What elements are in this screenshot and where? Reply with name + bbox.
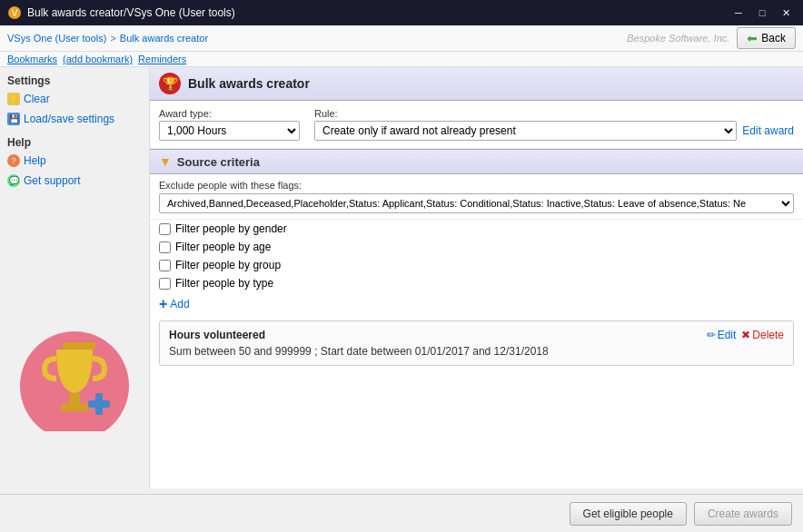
app-icon: V xyxy=(7,5,22,20)
main-header-title: Bulk awards creator xyxy=(188,76,310,91)
breadcrumb: VSys One (User tools) > Bulk awards crea… xyxy=(7,33,208,44)
add-bookmark-link[interactable]: (add bookmark) xyxy=(63,54,133,64)
award-rule-row: Award type: 1,000 Hours Rule: Create onl… xyxy=(150,101,803,149)
svg-rect-5 xyxy=(61,404,88,411)
help-link[interactable]: ? Help xyxy=(7,153,142,169)
window-title: Bulk awards creator/VSys One (User tools… xyxy=(27,6,235,19)
filter-type-row: Filter people by type xyxy=(150,274,803,292)
filter-age-checkbox[interactable] xyxy=(159,241,171,253)
bookmark-links: Bookmarks (add bookmark) Reminders xyxy=(7,54,186,64)
hours-card-title: Hours volunteered xyxy=(169,329,265,341)
award-type-group: Award type: 1,000 Hours xyxy=(159,108,300,141)
support-link[interactable]: 💬 Get support xyxy=(7,172,142,189)
content-area: 🏆 Bulk awards creator Award type: 1,000 … xyxy=(150,67,803,488)
bookmark-bar: Bookmarks (add bookmark) Reminders xyxy=(0,52,803,67)
exclude-select[interactable]: Archived,Banned,Deceased,Placeholder,Sta… xyxy=(159,193,794,213)
bookmarks-link[interactable]: Bookmarks xyxy=(7,54,57,64)
filter-group-label: Filter people by group xyxy=(175,259,281,271)
help-section-title: Help xyxy=(7,136,142,149)
filter-age-label: Filter people by age xyxy=(175,241,271,253)
delete-card-link[interactable]: ✖ Delete xyxy=(741,329,784,341)
title-bar-controls: ─ □ ✕ xyxy=(729,5,796,21)
back-label: Back xyxy=(761,32,786,44)
hours-card-description: Sum between 50 and 999999 ; Start date b… xyxy=(169,345,784,358)
hours-card-actions: ✏ Edit ✖ Delete xyxy=(707,329,784,341)
exclude-row: Exclude people with these flags: Archive… xyxy=(150,174,803,220)
bottom-bar: Get eligible people Create awards xyxy=(0,494,803,532)
breadcrumb-separator: > xyxy=(110,33,115,44)
clear-icon: ⚡ xyxy=(7,93,20,105)
title-bar-left: V Bulk awards creator/VSys One (User too… xyxy=(7,5,235,20)
minimize-button[interactable]: ─ xyxy=(729,5,748,21)
reminders-link[interactable]: Reminders xyxy=(138,54,186,64)
help-icon: ? xyxy=(7,154,20,167)
edit-pencil-icon: ✏ xyxy=(707,329,716,341)
title-bar: V Bulk awards creator/VSys One (User too… xyxy=(0,0,803,25)
rule-row: Create only if award not already present… xyxy=(314,121,794,141)
sidebar: Settings ⚡ Clear 💾 Load/save settings He… xyxy=(0,67,150,488)
add-plus-icon: + xyxy=(159,297,167,311)
filter-type-checkbox[interactable] xyxy=(159,278,171,290)
support-icon: 💬 xyxy=(7,174,20,187)
breadcrumb-vsys[interactable]: VSys One (User tools) xyxy=(7,33,106,44)
load-save-label: Load/save settings xyxy=(24,113,114,125)
filter-type-label: Filter people by type xyxy=(175,277,273,290)
filter-gender-row: Filter people by gender xyxy=(150,220,803,238)
edit-card-label: Edit xyxy=(718,329,737,341)
add-label: Add xyxy=(170,298,189,310)
back-icon: ⬅ xyxy=(747,31,758,45)
help-label: Help xyxy=(24,154,46,167)
maximize-button[interactable]: □ xyxy=(752,5,772,21)
source-criteria-header: ▼ Source criteria xyxy=(150,149,803,174)
rule-label: Rule: xyxy=(314,108,794,119)
award-header-icon: 🏆 xyxy=(159,73,181,94)
support-label: Get support xyxy=(24,174,81,187)
filter-age-row: Filter people by age xyxy=(150,238,803,256)
clear-link[interactable]: ⚡ Clear xyxy=(7,91,142,107)
filter-group-checkbox[interactable] xyxy=(159,260,171,271)
nav-bar: VSys One (User tools) > Bulk awards crea… xyxy=(0,25,803,52)
add-link[interactable]: + Add xyxy=(159,297,190,311)
svg-rect-3 xyxy=(63,342,95,350)
main-section-header: 🏆 Bulk awards creator xyxy=(150,67,803,101)
breadcrumb-bulk-awards[interactable]: Bulk awards creator xyxy=(120,33,208,44)
sidebar-watermark xyxy=(15,313,134,434)
create-awards-button[interactable]: Create awards xyxy=(694,502,792,526)
funnel-icon: ▼ xyxy=(159,154,172,169)
settings-section-title: Settings xyxy=(7,74,142,87)
award-type-select[interactable]: 1,000 Hours xyxy=(159,121,300,141)
svg-rect-4 xyxy=(69,393,80,404)
rule-group: Rule: Create only if award not already p… xyxy=(314,108,794,141)
load-save-icon: 💾 xyxy=(7,113,20,125)
hours-card-header: Hours volunteered ✏ Edit ✖ Delete xyxy=(169,329,784,341)
load-save-link[interactable]: 💾 Load/save settings xyxy=(7,111,142,127)
filter-gender-checkbox[interactable] xyxy=(159,223,171,235)
main-layout: Settings ⚡ Clear 💾 Load/save settings He… xyxy=(0,67,803,488)
get-eligible-button[interactable]: Get eligible people xyxy=(570,502,687,526)
svg-text:V: V xyxy=(12,8,18,18)
rule-select[interactable]: Create only if award not already present xyxy=(314,121,737,141)
award-type-label: Award type: xyxy=(159,108,300,119)
delete-card-label: Delete xyxy=(752,329,784,341)
filter-gender-label: Filter people by gender xyxy=(175,222,287,235)
exclude-label: Exclude people with these flags: xyxy=(159,180,794,191)
add-row: + Add xyxy=(150,292,803,316)
clear-label: Clear xyxy=(24,93,50,105)
filter-group-row: Filter people by group xyxy=(150,256,803,274)
hours-card: Hours volunteered ✏ Edit ✖ Delete Sum be… xyxy=(159,320,794,366)
trophy-decoration xyxy=(15,313,134,431)
edit-award-link[interactable]: Edit award xyxy=(742,124,794,137)
source-criteria-title: Source criteria xyxy=(177,155,260,169)
close-button[interactable]: ✕ xyxy=(776,5,796,21)
delete-x-icon: ✖ xyxy=(741,329,750,341)
bespoke-logo: Bespoke Software, Inc. xyxy=(627,33,729,44)
svg-rect-7 xyxy=(88,400,110,408)
edit-card-link[interactable]: ✏ Edit xyxy=(707,329,737,341)
back-button[interactable]: ⬅ Back xyxy=(737,27,796,49)
